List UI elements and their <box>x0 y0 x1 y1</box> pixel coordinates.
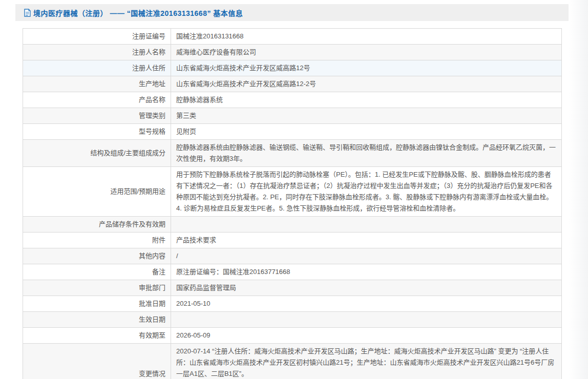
table-row: 生效日期 <box>23 312 562 328</box>
row-label: 型号规格 <box>23 124 171 140</box>
row-value: 威海维心医疗设备有限公司 <box>171 45 562 60</box>
page-right-shade <box>569 0 588 379</box>
row-label: 结构及组成/主要组成成分 <box>23 140 171 167</box>
table-row: 变更情况2020-07-14 “注册人住所：威海火炬高技术产业开发区马山路；生产… <box>23 344 562 379</box>
table-row: 型号规格见附页 <box>23 124 562 140</box>
row-label: 批准日期 <box>23 296 171 312</box>
row-value <box>171 217 562 233</box>
table-row: 结构及组成/主要组成成分腔静脉滤器系统由腔静脉滤器、输送钢缆、输送鞘、导引鞘和回… <box>23 140 562 167</box>
row-value <box>171 312 562 328</box>
row-label: 产品储存条件及有效期 <box>23 217 171 233</box>
title-bar: 境内医疗器械（注册） —— “国械注准20163131668” 基本信息 <box>15 4 569 21</box>
row-value: 国家药品监督管理局 <box>171 280 562 296</box>
row-value: / <box>171 248 562 264</box>
table-row: 注册人住所山东省威海火炬高技术产业开发区威高路12号 <box>23 60 562 76</box>
row-label: 注册证编号 <box>23 29 171 45</box>
row-label: 注册人住所 <box>23 60 171 76</box>
registration-info-table: 注册证编号国械注准20163131668注册人名称威海维心医疗设备有限公司注册人… <box>23 28 562 379</box>
row-label: 适用范围/预期用途 <box>23 167 171 217</box>
row-label: 管理类别 <box>23 108 171 124</box>
table-row: 附件产品技术要求 <box>23 233 562 248</box>
registration-info-table-container: 注册证编号国械注准20163131668注册人名称威海维心医疗设备有限公司注册人… <box>23 28 562 379</box>
row-label: 生效日期 <box>23 312 171 328</box>
row-label: 生产地址 <box>23 76 171 92</box>
table-row: 注册证编号国械注准20163131668 <box>23 29 562 45</box>
row-label: 附件 <box>23 233 171 248</box>
row-label: 变更情况 <box>23 344 171 379</box>
table-row: 批准日期2021-05-10 <box>23 296 562 312</box>
page-title: 境内医疗器械（注册） —— “国械注准20163131668” 基本信息 <box>33 8 243 18</box>
row-value: 2026-05-09 <box>171 328 562 344</box>
row-value: 2020-07-14 “注册人住所：威海火炬高技术产业开发区马山路；生产地址：威… <box>171 344 562 379</box>
table-row: 有效期至2026-05-09 <box>23 328 562 344</box>
row-label: 产品名称 <box>23 92 171 108</box>
row-value: 第三类 <box>171 108 562 124</box>
row-value: 国械注准20163131668 <box>171 29 562 45</box>
row-label: 有效期至 <box>23 328 171 344</box>
row-value: 腔静脉滤器系统由腔静脉滤器、输送钢缆、输送鞘、导引鞘和回收鞘组成，腔静脉滤器由镍… <box>171 140 562 167</box>
document-icon <box>24 9 31 17</box>
table-row: 审批部门国家药品监督管理局 <box>23 280 562 296</box>
table-row: 产品储存条件及有效期 <box>23 217 562 233</box>
table-row: 管理类别第三类 <box>23 108 562 124</box>
row-value: 见附页 <box>171 124 562 140</box>
row-label: 注册人名称 <box>23 45 171 60</box>
row-value: 腔静脉滤器系统 <box>171 92 562 108</box>
table-row: 产品名称腔静脉滤器系统 <box>23 92 562 108</box>
row-value: 山东省威海火炬高技术产业开发区威高路12号 <box>171 60 562 76</box>
row-value: 原注册证编号：国械注准20163771668 <box>171 264 562 280</box>
table-row: 适用范围/预期用途用于预防下腔静脉系统栓子脱落而引起的肺动脉栓塞（PE）。包括：… <box>23 167 562 217</box>
table-row: 注册人名称威海维心医疗设备有限公司 <box>23 45 562 60</box>
row-label: 审批部门 <box>23 280 171 296</box>
table-row: 其他内容/ <box>23 248 562 264</box>
row-label: 其他内容 <box>23 248 171 264</box>
row-value: 2021-05-10 <box>171 296 562 312</box>
row-value: 产品技术要求 <box>171 233 562 248</box>
table-row: 备注原注册证编号：国械注准20163771668 <box>23 264 562 280</box>
row-value: 用于预防下腔静脉系统栓子脱落而引起的肺动脉栓塞（PE）。包括：1. 已经发生PE… <box>171 167 562 217</box>
row-value: 山东省威海火炬高技术产业开发区威高路12-2号 <box>171 76 562 92</box>
row-label: 备注 <box>23 264 171 280</box>
table-row: 生产地址山东省威海火炬高技术产业开发区威高路12-2号 <box>23 76 562 92</box>
